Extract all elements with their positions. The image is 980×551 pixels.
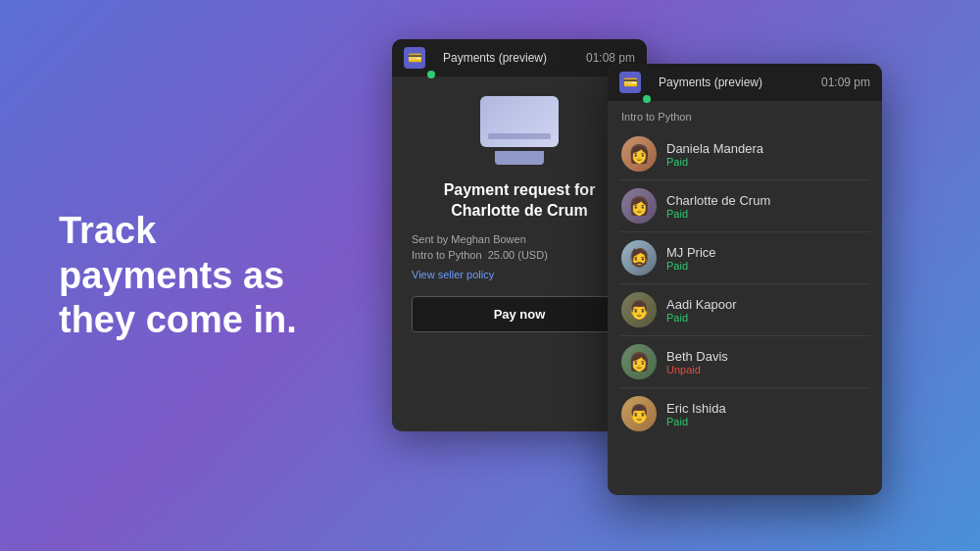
credit-card-illustration: [470, 96, 568, 165]
course-amount-label: Intro to Python 25.00 (USD): [412, 249, 627, 261]
list-item: 👨 Eric Ishida Paid: [619, 390, 870, 437]
hero-line1: Track payments as: [59, 210, 284, 296]
cc-card-graphic: [480, 96, 559, 147]
status-unpaid: Unpaid: [666, 364, 868, 376]
list-item-beth: 👩 Beth Davis Unpaid: [619, 338, 870, 385]
avatar-mj: 🧔: [621, 240, 657, 276]
status-paid: Paid: [666, 156, 868, 168]
payments-icon-front: [619, 72, 641, 93]
status-paid: Paid: [666, 416, 868, 427]
section-label: Intro to Python: [619, 111, 870, 123]
person-info-beth: Beth Davis Unpaid: [666, 349, 868, 376]
pay-now-button[interactable]: Pay now: [412, 296, 627, 332]
person-name: Beth Davis: [666, 349, 868, 364]
card-back-title: Payments (preview): [443, 51, 578, 65]
person-name: Aadi Kapoor: [666, 297, 868, 312]
avatar-charlotte: 👩: [621, 188, 657, 224]
list-item: 👩 Daniela Mandera Paid: [619, 130, 870, 177]
amount-label: 25.00 (USD): [488, 249, 548, 261]
card-front-title: Payments (preview): [659, 75, 813, 89]
status-dot: [427, 71, 435, 78]
person-name: Daniela Mandera: [666, 141, 868, 156]
payments-list-card: Payments (preview) 01:09 pm Intro to Pyt…: [608, 64, 882, 495]
divider: [619, 387, 870, 388]
divider: [619, 283, 870, 284]
status-paid: Paid: [666, 312, 868, 324]
cc-stand-graphic: [495, 151, 544, 165]
avatar-daniela: 👩: [621, 136, 657, 172]
person-name: Eric Ishida: [666, 401, 868, 416]
list-item: 🧔 MJ Price Paid: [619, 234, 870, 281]
person-info-charlotte: Charlotte de Crum Paid: [666, 193, 868, 220]
person-name: Charlotte de Crum: [666, 193, 868, 208]
hero-text: Track payments as they come in.: [59, 209, 333, 343]
hero-line2: they come in.: [59, 299, 297, 340]
divider: [619, 231, 870, 232]
list-item: 👩 Charlotte de Crum Paid: [619, 182, 870, 229]
avatar-eric: 👨: [621, 396, 657, 431]
person-info-daniela: Daniela Mandera Paid: [666, 141, 868, 168]
status-paid: Paid: [666, 208, 868, 220]
card-front-title-bar: Payments (preview) 01:09 pm: [608, 64, 882, 101]
divider: [619, 179, 870, 180]
avatar-aadi: 👨: [621, 292, 657, 327]
request-title: Payment request for Charlotte de Crum: [412, 180, 627, 222]
status-paid: Paid: [666, 260, 868, 272]
person-info-aadi: Aadi Kapoor Paid: [666, 297, 868, 324]
view-seller-policy-link[interactable]: View seller policy: [412, 269, 627, 280]
list-item: 👨 Aadi Kapoor Paid: [619, 286, 870, 333]
sent-by-label: Sent by Meghan Bowen: [412, 233, 627, 245]
person-info-eric: Eric Ishida Paid: [666, 401, 868, 427]
course-label: Intro to Python: [412, 249, 482, 261]
payments-icon: [404, 47, 425, 69]
avatar-beth: 👩: [621, 344, 657, 379]
person-info-mj: MJ Price Paid: [666, 245, 868, 272]
divider: [619, 335, 870, 336]
card-back-time: 01:08 pm: [586, 51, 635, 65]
status-dot-front: [643, 95, 651, 103]
card-front-content: Intro to Python 👩 Daniela Mandera Paid 👩…: [608, 101, 882, 447]
person-name: MJ Price: [666, 245, 868, 260]
card-front-time: 01:09 pm: [821, 75, 870, 89]
